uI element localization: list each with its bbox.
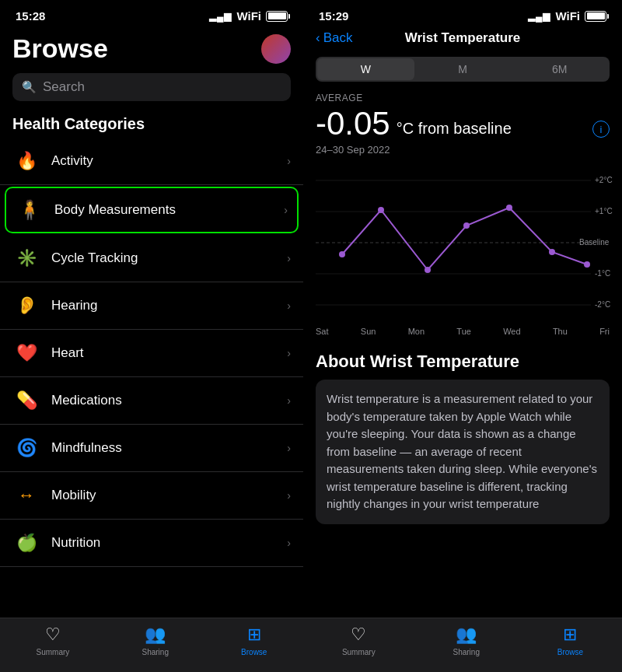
x-tue: Tue (456, 327, 471, 336)
x-mon: Mon (408, 327, 425, 336)
body-measurements-chevron: › (284, 204, 288, 216)
chart-dot-sat (339, 251, 345, 257)
left-tab-browse[interactable]: ⊞ Browse (241, 625, 267, 656)
right-wifi-icon: WiFi (555, 9, 580, 23)
search-placeholder: Search (43, 79, 85, 95)
right-tab-summary[interactable]: ♡ Summary (342, 625, 376, 656)
cycle-tracking-icon: ✳️ (12, 244, 40, 272)
nutrition-icon: 🍏 (12, 529, 40, 557)
category-item-medications[interactable]: 💊 Medications › (0, 377, 303, 425)
category-item-mobility[interactable]: ↔️ Mobility › (0, 472, 303, 520)
about-card: Wrist temperature is a measurement relat… (316, 380, 610, 524)
avg-unit: °C from baseline (397, 120, 512, 142)
nutrition-chevron: › (287, 537, 291, 549)
chart-dot-sun (378, 207, 384, 213)
heart-icon: ❤️ (12, 339, 40, 367)
mindfulness-chevron: › (287, 442, 291, 454)
right-tab-sharing[interactable]: 👥 Sharing (453, 625, 479, 656)
back-label: Back (323, 30, 353, 46)
avatar[interactable] (261, 34, 291, 64)
browse-icon: ⊞ (247, 625, 261, 645)
right-status-icons: ▂▄▆ WiFi (528, 9, 606, 23)
category-item-hearing[interactable]: 👂 Hearing › (0, 282, 303, 330)
category-item-heart[interactable]: ❤️ Heart › (0, 330, 303, 377)
mindfulness-label: Mindfulness (51, 440, 276, 456)
hearing-label: Hearing (51, 298, 276, 313)
left-tab-bar: ♡ Summary 👥 Sharing ⊞ Browse (0, 618, 303, 672)
activity-icon: 🔥 (12, 147, 40, 175)
svg-text:-2°C: -2°C (595, 300, 610, 309)
wifi-icon: WiFi (236, 9, 261, 23)
browse-label: Browse (241, 648, 267, 656)
info-button[interactable]: i (592, 121, 610, 138)
segment-m[interactable]: M (414, 58, 512, 80)
search-bar[interactable]: 🔍 Search (12, 73, 291, 101)
category-item-cycle-tracking[interactable]: ✳️ Cycle Tracking › (0, 235, 303, 282)
mindfulness-icon: 🌀 (12, 434, 40, 462)
chart-dot-mon (425, 267, 431, 273)
right-browse-label: Browse (557, 648, 583, 656)
x-sun: Sun (361, 327, 376, 336)
svg-text:+1°C: +1°C (595, 207, 613, 215)
sharing-label: Sharing (142, 648, 168, 656)
heart-chevron: › (287, 347, 291, 359)
browse-header: Browse (0, 27, 303, 67)
left-panel: 15:28 ▂▄▆ WiFi Browse 🔍 Search Health Ca… (0, 0, 303, 672)
sharing-icon: 👥 (145, 625, 166, 645)
cycle-tracking-label: Cycle Tracking (51, 250, 276, 266)
battery-icon (266, 11, 288, 22)
left-status-icons: ▂▄▆ WiFi (209, 9, 288, 23)
avg-value: -0.05 (316, 105, 390, 142)
about-text: Wrist temperature is a measurement relat… (327, 390, 599, 513)
svg-text:-1°C: -1°C (595, 269, 610, 278)
mobility-chevron: › (287, 489, 291, 502)
chart-dot-fri (584, 261, 590, 268)
activity-chevron: › (287, 155, 291, 167)
about-title: About Wrist Temperature (316, 352, 610, 372)
summary-label: Summary (37, 648, 70, 656)
category-list: 🔥 Activity › 🧍 Body Measurements › ✳️ Cy… (0, 138, 303, 618)
right-tab-bar: ♡ Summary 👥 Sharing ⊞ Browse (303, 618, 622, 672)
medications-label: Medications (51, 393, 276, 408)
left-time: 15:28 (16, 9, 45, 23)
category-item-activity[interactable]: 🔥 Activity › (0, 138, 303, 185)
back-button[interactable]: ‹ Back (316, 30, 352, 46)
segment-w[interactable]: W (317, 58, 414, 80)
avg-value-row: -0.05 °C from baseline i (316, 105, 610, 142)
chart-dot-wed (506, 205, 512, 211)
right-signal-icon: ▂▄▆ (528, 11, 551, 22)
about-section: About Wrist Temperature Wrist temperatur… (303, 339, 622, 618)
body-measurements-label: Body Measurements (54, 202, 273, 218)
right-sharing-label: Sharing (453, 648, 479, 656)
segment-6m[interactable]: 6M (511, 58, 608, 80)
signal-icon: ▂▄▆ (209, 11, 232, 22)
category-item-body-measurements[interactable]: 🧍 Body Measurements › (5, 187, 299, 233)
x-thu: Thu (553, 327, 568, 336)
nav-bar: ‹ Back Wrist Temperature (303, 27, 622, 52)
x-axis-labels: Sat Sun Mon Tue Wed Thu Fri (303, 327, 622, 336)
left-tab-sharing[interactable]: 👥 Sharing (142, 625, 168, 656)
category-item-nutrition[interactable]: 🍏 Nutrition › (0, 520, 303, 567)
avg-label: AVERAGE (316, 93, 610, 103)
medications-icon: 💊 (12, 387, 40, 415)
health-categories-label: Health Categories (0, 107, 303, 138)
summary-icon: ♡ (45, 625, 61, 645)
right-summary-icon: ♡ (351, 625, 366, 645)
chart-dot-thu (549, 249, 555, 255)
chart-svg: +2°C +1°C Baseline -1°C -2°C (303, 165, 622, 320)
browse-title: Browse (12, 33, 108, 64)
right-panel: 15:29 ▂▄▆ WiFi ‹ Back Wrist Temperature … (303, 0, 622, 672)
date-range: 24–30 Sep 2022 (316, 144, 610, 156)
right-status-bar: 15:29 ▂▄▆ WiFi (303, 0, 622, 27)
right-tab-browse[interactable]: ⊞ Browse (557, 625, 583, 656)
left-tab-summary[interactable]: ♡ Summary (37, 625, 70, 656)
category-item-mindfulness[interactable]: 🌀 Mindfulness › (0, 425, 303, 472)
nav-title: Wrist Temperature (405, 30, 521, 46)
x-wed: Wed (503, 327, 520, 336)
heart-label: Heart (51, 345, 276, 361)
chart-dot-tue (463, 222, 470, 229)
chart-section: AVERAGE -0.05 °C from baseline i 24–30 S… (303, 86, 622, 159)
right-time: 15:29 (319, 9, 348, 23)
mobility-icon: ↔️ (12, 481, 40, 509)
activity-label: Activity (51, 153, 276, 169)
